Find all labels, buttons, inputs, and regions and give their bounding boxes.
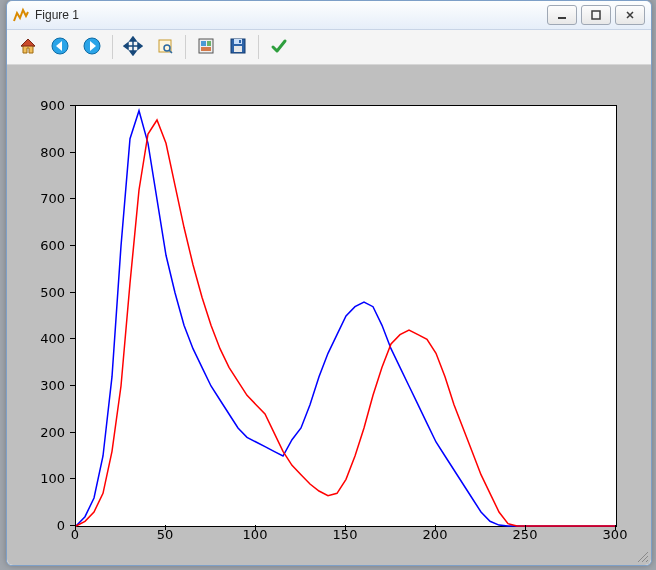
pan-button[interactable] [118, 32, 148, 62]
toolbar [7, 30, 651, 65]
forward-button[interactable] [77, 32, 107, 62]
window-title: Figure 1 [35, 8, 547, 22]
x-tick-label: 150 [333, 527, 358, 542]
y-tick [70, 152, 75, 153]
svg-marker-11 [130, 51, 136, 55]
back-button[interactable] [45, 32, 75, 62]
chart-lines [76, 106, 616, 526]
y-tick [70, 525, 75, 526]
configure-subplots-button[interactable] [191, 32, 221, 62]
y-tick-label: 500 [7, 284, 65, 299]
x-tick-label: 200 [423, 527, 448, 542]
x-tick-label: 50 [157, 527, 174, 542]
window-buttons [547, 5, 645, 25]
options-button[interactable] [264, 32, 294, 62]
toolbar-separator [258, 35, 259, 59]
save-button[interactable] [223, 32, 253, 62]
svg-rect-19 [207, 41, 211, 46]
y-tick-label: 700 [7, 191, 65, 206]
plot-area[interactable]: 0501001502002503000100200300400500600700… [7, 65, 651, 565]
y-tick-label: 800 [7, 144, 65, 159]
y-tick [70, 338, 75, 339]
zoom-rect-icon [155, 36, 175, 59]
series-red [76, 120, 616, 526]
x-tick-label: 300 [603, 527, 628, 542]
zoom-button[interactable] [150, 32, 180, 62]
x-tick-label: 100 [243, 527, 268, 542]
floppy-disk-icon [228, 36, 248, 59]
y-tick [70, 292, 75, 293]
svg-line-27 [646, 560, 648, 562]
series-blue [76, 111, 616, 526]
svg-rect-0 [558, 17, 566, 19]
home-button[interactable] [13, 32, 43, 62]
y-tick-label: 300 [7, 378, 65, 393]
svg-marker-10 [130, 37, 136, 41]
y-tick-label: 900 [7, 98, 65, 113]
x-tick-label: 250 [513, 527, 538, 542]
figure-window: Figure 1 [6, 0, 652, 566]
chart-axes [75, 105, 617, 527]
svg-marker-13 [138, 43, 142, 49]
app-icon [13, 7, 29, 23]
subplots-icon [196, 36, 216, 59]
toolbar-separator [112, 35, 113, 59]
y-tick [70, 432, 75, 433]
checkmark-icon [269, 36, 289, 59]
svg-marker-3 [21, 39, 35, 46]
y-tick [70, 478, 75, 479]
minimize-button[interactable] [547, 5, 577, 25]
y-tick-label: 400 [7, 331, 65, 346]
resize-grip-icon[interactable] [635, 549, 649, 563]
x-tick-label: 0 [71, 527, 79, 542]
y-tick [70, 245, 75, 246]
y-tick-label: 200 [7, 424, 65, 439]
maximize-button[interactable] [581, 5, 611, 25]
arrow-right-icon [82, 36, 102, 59]
move-icon [123, 36, 143, 59]
svg-rect-23 [234, 46, 242, 52]
svg-rect-18 [201, 41, 206, 46]
y-tick [70, 105, 75, 106]
svg-rect-20 [201, 47, 211, 51]
svg-line-16 [169, 50, 172, 53]
y-tick-label: 100 [7, 471, 65, 486]
y-tick [70, 385, 75, 386]
y-tick [70, 198, 75, 199]
svg-rect-1 [592, 11, 600, 19]
toolbar-separator [185, 35, 186, 59]
svg-rect-24 [239, 40, 241, 43]
y-tick-label: 600 [7, 238, 65, 253]
arrow-left-icon [50, 36, 70, 59]
close-button[interactable] [615, 5, 645, 25]
svg-marker-12 [124, 43, 128, 49]
home-icon [18, 36, 38, 59]
titlebar: Figure 1 [7, 1, 651, 30]
y-tick-label: 0 [7, 518, 65, 533]
